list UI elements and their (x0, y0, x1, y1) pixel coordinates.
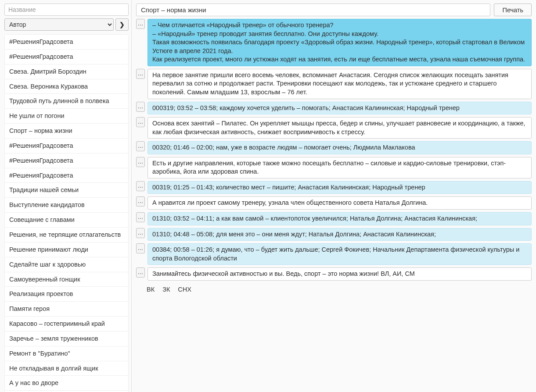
list-item[interactable]: Сделайте шаг к здоровью (5, 257, 128, 272)
list-item[interactable]: Не откладывая в долгий ящик (5, 361, 128, 376)
entry-menu-button[interactable]: … (136, 157, 145, 167)
entry-menu-button[interactable]: … (136, 19, 145, 29)
entry-row: …– Чем отличается «Народный тренер» от о… (136, 19, 532, 66)
list-item[interactable]: Спорт – норма жизни (5, 124, 128, 139)
list-item[interactable]: Традиции нашей семьи (5, 183, 128, 198)
title-input[interactable] (136, 4, 490, 16)
entry-menu-button[interactable]: … (136, 117, 145, 127)
list-item[interactable]: #РешенияГрадсовета (5, 35, 128, 50)
entry-menu-button[interactable]: … (136, 243, 145, 253)
entry-body[interactable]: 00320; 01:46 – 02:00; нам, уже в возраст… (147, 141, 532, 154)
list-item[interactable]: Реализация проектов (5, 287, 128, 302)
entry-body[interactable]: – Чем отличается «Народный тренер» от об… (147, 19, 532, 66)
entry-body[interactable]: А нравится ли проект самому тренеру, узн… (147, 196, 532, 210)
list-item[interactable]: Решение принимают люди (5, 242, 128, 257)
entry-body[interactable]: Занимайтесь физической активностью и вы.… (147, 267, 532, 281)
entry-body[interactable]: 000319; 03:52 – 03:58; каждому хочется у… (147, 102, 532, 115)
article-list: #РешенияГрадсовета#РешенияГрадсоветаСвез… (4, 34, 129, 392)
list-item[interactable]: Трудовой путь длинной в полвека (5, 94, 128, 109)
list-item[interactable]: Свеза. Дмитрий Бороздин (5, 64, 128, 79)
entry-row: …00320; 01:46 – 02:00; нам, уже в возрас… (136, 141, 532, 154)
entry-menu-button[interactable]: … (136, 196, 145, 207)
print-button[interactable]: Печать (494, 4, 532, 16)
entry-row: …00319; 01:25 – 01:43; количество мест –… (136, 181, 532, 194)
entry-menu-button[interactable]: … (136, 212, 145, 222)
entry-body[interactable]: 01310; 04:48 – 05:08; для меня это – они… (147, 228, 532, 241)
entry-menu-button[interactable]: … (136, 267, 145, 278)
author-select[interactable]: Автор (4, 18, 114, 31)
entry-row: …На первое занятие пришли всего восемь ч… (136, 69, 532, 99)
list-item[interactable]: #РешенияГрадсовета (5, 50, 128, 64)
entry-row: …Основа всех занятий – Пилатес. Он укреп… (136, 117, 532, 139)
list-item[interactable]: Заречье – земля труженников (5, 331, 128, 346)
entry-body[interactable]: На первое занятие пришли всего восемь че… (147, 69, 532, 99)
footer-tag[interactable]: ВК (147, 286, 155, 293)
list-item[interactable]: Ремонт в "Буратино" (5, 346, 128, 361)
list-item[interactable]: А у нас во дворе (5, 376, 128, 391)
entry-body[interactable]: 00384; 00:58 – 01:26; я думаю, что – буд… (147, 243, 532, 265)
list-item[interactable]: Самоуверенный гонщик (5, 272, 128, 287)
list-item[interactable]: Памяти героя (5, 302, 128, 317)
entry-row: …01310; 03:52 – 04:11; а как вам самой –… (136, 212, 532, 225)
list-item[interactable]: Не ушли от погони (5, 109, 128, 124)
entry-row: …01310; 04:48 – 05:08; для меня это – он… (136, 228, 532, 241)
entry-row: …Есть и другие направления, которые такж… (136, 157, 532, 178)
entry-row: …А нравится ли проект самому тренеру, уз… (136, 196, 532, 210)
list-item[interactable]: Выступление кандидатов (5, 198, 128, 213)
entry-row: …Занимайтесь физической активностью и вы… (136, 267, 532, 281)
go-button[interactable]: ❯ (115, 18, 129, 31)
entry-row: …00384; 00:58 – 01:26; я думаю, что – бу… (136, 243, 532, 265)
footer-tags: ВКЗКСНХ (136, 283, 532, 296)
entries-container: …– Чем отличается «Народный тренер» от о… (136, 19, 532, 281)
entry-body[interactable]: 01310; 03:52 – 04:11; а как вам самой – … (147, 212, 532, 225)
list-item[interactable]: #РешенияГрадсовета (5, 139, 128, 153)
list-item[interactable]: Свеза. Вероника Куракова (5, 79, 128, 94)
list-item[interactable]: #РешенияГрадсовета (5, 168, 128, 183)
list-item[interactable]: #РешенияГрадсовета (5, 153, 128, 168)
sidebar: Автор ❯ #РешенияГрадсовета#РешенияГрадсо… (0, 0, 132, 392)
list-item[interactable]: Совещание с главами (5, 213, 128, 228)
entry-body[interactable]: Основа всех занятий – Пилатес. Он укрепл… (147, 117, 532, 139)
entry-menu-button[interactable]: … (136, 141, 145, 151)
entry-menu-button[interactable]: … (136, 181, 145, 191)
name-filter-input[interactable] (4, 4, 129, 16)
entry-menu-button[interactable]: … (136, 102, 145, 112)
entry-row: …000319; 03:52 – 03:58; каждому хочется … (136, 102, 532, 115)
footer-tag[interactable]: СНХ (178, 286, 191, 293)
entry-menu-button[interactable]: … (136, 69, 145, 79)
main-panel: Печать …– Чем отличается «Народный трене… (132, 0, 536, 392)
entry-body[interactable]: 00319; 01:25 – 01:43; количество мест – … (147, 181, 532, 194)
list-item[interactable]: Решения, не терпящие отлагательств (5, 228, 128, 242)
entry-body[interactable]: Есть и другие направления, которые также… (147, 157, 532, 178)
footer-tag[interactable]: ЗК (162, 286, 170, 293)
entry-menu-button[interactable]: … (136, 228, 145, 238)
list-item[interactable]: Карасово – гостеприимный край (5, 317, 128, 331)
